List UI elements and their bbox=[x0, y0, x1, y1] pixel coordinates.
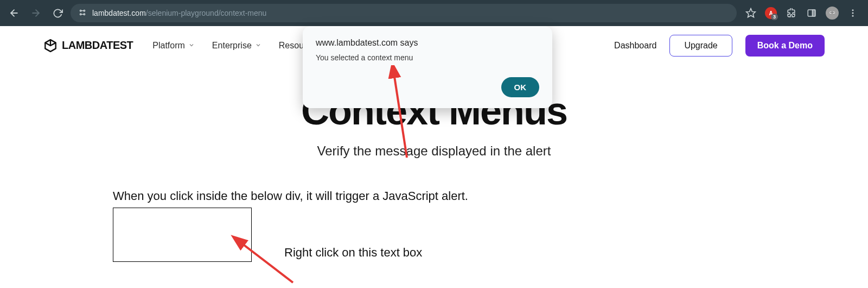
svg-point-18 bbox=[852, 15, 854, 17]
site-info-icon[interactable] bbox=[78, 8, 87, 18]
side-panel-icon[interactable] bbox=[805, 7, 818, 20]
nav-resources[interactable]: Resou bbox=[279, 41, 304, 51]
address-bar[interactable]: lambdatest.com/selenium-playground/conte… bbox=[71, 4, 737, 22]
extensions-icon[interactable] bbox=[784, 7, 797, 20]
instruction-text: When you click inside the below div, it … bbox=[113, 189, 755, 203]
chevron-down-icon bbox=[188, 41, 195, 51]
nav-platform-label: Platform bbox=[152, 41, 185, 51]
browser-actions: A 3 bbox=[741, 7, 863, 20]
extension-badge[interactable]: A 3 bbox=[765, 7, 777, 19]
back-button[interactable] bbox=[5, 4, 23, 22]
reload-icon bbox=[53, 8, 63, 18]
arrow-left-icon bbox=[9, 8, 20, 18]
book-demo-button[interactable]: Book a Demo bbox=[745, 35, 825, 57]
page-content: Context Menus Verify the message display… bbox=[0, 91, 868, 262]
arrow-right-icon bbox=[30, 8, 41, 18]
nav-enterprise-label: Enterprise bbox=[212, 41, 252, 51]
profile-avatar[interactable] bbox=[826, 7, 839, 20]
svg-point-12 bbox=[827, 8, 837, 18]
kebab-menu-icon[interactable] bbox=[846, 7, 859, 20]
nav-resources-label: Resou bbox=[279, 41, 304, 51]
lambdatest-logo-icon bbox=[43, 39, 58, 53]
alert-origin: www.lambdatest.com says bbox=[316, 38, 539, 48]
main-nav: Platform Enterprise Resou bbox=[152, 41, 304, 51]
dashboard-link[interactable]: Dashboard bbox=[614, 41, 656, 51]
js-alert-dialog: www.lambdatest.com says You selected a c… bbox=[303, 26, 552, 108]
alert-message: You selected a context menu bbox=[316, 53, 539, 62]
forward-button[interactable] bbox=[27, 4, 44, 22]
bookmark-star-icon[interactable] bbox=[744, 7, 757, 20]
svg-point-16 bbox=[852, 9, 854, 11]
header-actions: Dashboard Upgrade Book a Demo bbox=[614, 35, 825, 57]
chevron-down-icon bbox=[255, 41, 261, 51]
box-caption: Right click on this text box bbox=[284, 246, 422, 262]
svg-rect-15 bbox=[830, 12, 834, 13]
nav-enterprise[interactable]: Enterprise bbox=[212, 41, 261, 51]
context-menu-target-box[interactable] bbox=[113, 208, 252, 262]
svg-marker-8 bbox=[746, 9, 756, 17]
alert-ok-button[interactable]: OK bbox=[501, 77, 540, 97]
svg-rect-11 bbox=[813, 10, 815, 16]
upgrade-button[interactable]: Upgrade bbox=[669, 35, 732, 57]
extension-badge-count: 3 bbox=[771, 14, 778, 20]
browser-toolbar: lambdatest.com/selenium-playground/conte… bbox=[0, 0, 868, 26]
brand-name: LAMBDATEST bbox=[62, 39, 133, 52]
reload-button[interactable] bbox=[49, 4, 66, 22]
instruction-section: When you click inside the below div, it … bbox=[43, 189, 825, 262]
url-text: lambdatest.com/selenium-playground/conte… bbox=[92, 9, 266, 17]
brand-logo[interactable]: LAMBDATEST bbox=[43, 39, 133, 53]
nav-platform[interactable]: Platform bbox=[152, 41, 195, 51]
user-avatar-icon bbox=[827, 8, 838, 18]
page-subtitle: Verify the message displayed in the aler… bbox=[43, 143, 825, 159]
svg-point-17 bbox=[852, 12, 854, 14]
